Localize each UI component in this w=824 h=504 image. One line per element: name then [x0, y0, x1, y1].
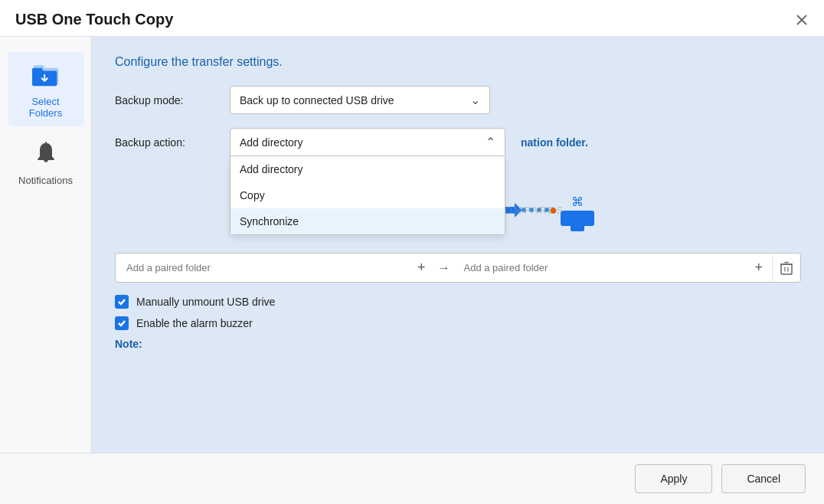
backup-mode-row: Backup mode: Back up to connected USB dr…: [115, 86, 801, 114]
svg-rect-3: [781, 264, 792, 274]
sidebar-item-select-folders[interactable]: SelectFolders: [8, 52, 84, 126]
paired-folder-left-input[interactable]: [116, 254, 408, 281]
backup-mode-select[interactable]: Back up to connected USB drive ⌄: [230, 86, 490, 114]
folder-copy-icon: [31, 60, 61, 91]
apply-button[interactable]: Apply: [635, 464, 712, 493]
dropdown-item-add-directory[interactable]: Add directory: [231, 156, 505, 182]
chevron-up-icon: ⌃: [486, 135, 495, 149]
app-window: USB One Touch Copy: [0, 0, 824, 504]
delete-paired-folder-button[interactable]: [772, 255, 800, 281]
enable-alarm-row: Enable the alarm buzzer: [115, 316, 801, 330]
destination-note: nation folder.: [521, 136, 588, 149]
sidebar: SelectFolders Notifications: [0, 37, 92, 453]
backup-mode-label: Backup mode:: [115, 94, 230, 106]
footer: Apply Cancel: [0, 453, 824, 504]
chevron-down-icon: ⌄: [470, 93, 480, 107]
usb-symbol-icon: ⌘: [571, 195, 584, 209]
add-right-folder-button[interactable]: +: [745, 254, 772, 282]
backup-action-dropdown: Add directory Copy Synchronize: [230, 156, 505, 235]
window-title: USB One Touch Copy: [15, 11, 173, 28]
backup-mode-value: Back up to connected USB drive: [240, 94, 394, 106]
paired-folders-row: + → +: [115, 253, 801, 283]
manually-unmount-label: Manually unmount USB drive: [136, 296, 275, 308]
sidebar-label-select-folders: SelectFolders: [29, 96, 62, 119]
location-pin-icon: ●: [549, 202, 558, 218]
content-panel: Configure the transfer settings. Backup …: [92, 37, 824, 453]
sidebar-item-notifications[interactable]: Notifications: [8, 134, 84, 194]
backup-action-row: Backup action: Add directory ⌃ Add direc…: [115, 128, 801, 156]
close-button[interactable]: [795, 13, 809, 27]
backup-action-select[interactable]: Add directory ⌃: [230, 128, 505, 156]
cancel-button[interactable]: Cancel: [721, 464, 806, 493]
dropdown-item-synchronize[interactable]: Synchronize: [231, 208, 505, 234]
connection-dots-right: [522, 208, 549, 212]
enable-alarm-checkbox[interactable]: [115, 316, 129, 330]
folder-arrow-separator: →: [435, 261, 453, 275]
note-label: Note:: [115, 338, 801, 350]
main-content: SelectFolders Notifications Configure th…: [0, 37, 824, 453]
dropdown-item-copy[interactable]: Copy: [231, 182, 505, 208]
title-bar: USB One Touch Copy: [0, 0, 824, 37]
backup-action-value: Add directory: [240, 136, 302, 149]
usb-device-icon: ⌘: [561, 195, 594, 226]
add-left-folder-button[interactable]: +: [408, 254, 435, 282]
manually-unmount-checkbox[interactable]: [115, 295, 129, 309]
enable-alarm-label: Enable the alarm buzzer: [136, 317, 253, 329]
paired-folder-right-input[interactable]: [453, 254, 746, 281]
configure-title: Configure the transfer settings.: [115, 55, 801, 69]
manually-unmount-row: Manually unmount USB drive: [115, 295, 801, 309]
sidebar-label-notifications: Notifications: [18, 175, 73, 186]
bell-icon: [34, 142, 58, 170]
backup-action-label: Backup action:: [115, 136, 230, 149]
